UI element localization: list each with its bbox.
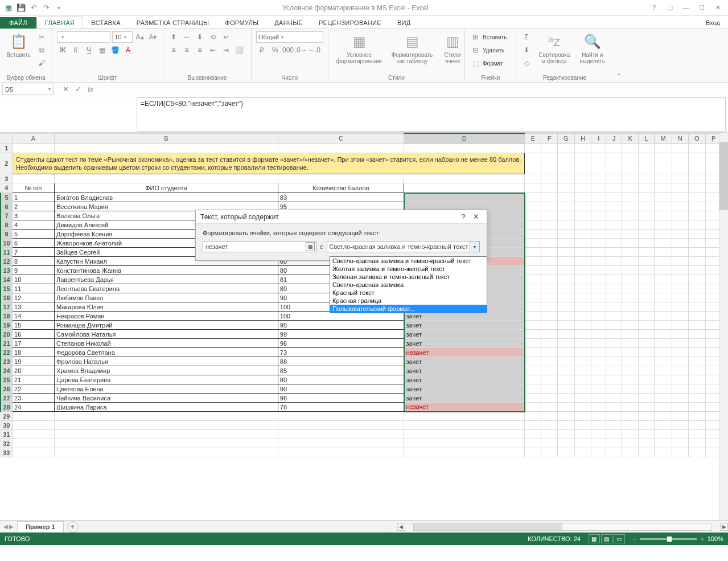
undo-icon[interactable]: ↶ [28, 3, 39, 13]
cell[interactable]: Царева Екатерина [54, 375, 278, 384]
cell[interactable]: незачет [404, 348, 525, 357]
cell[interactable]: незачет [404, 403, 525, 412]
tab-view[interactable]: ВИД [389, 17, 419, 28]
horizontal-scrollbar[interactable] [413, 523, 712, 531]
cell[interactable]: зачет [404, 330, 525, 339]
column-header[interactable]: E [525, 133, 541, 144]
row-header[interactable]: 4 [1, 183, 13, 193]
minimize-icon[interactable]: — [681, 4, 690, 11]
sheet-nav-first-icon[interactable]: ◀ [3, 523, 8, 530]
row-header[interactable]: 21 [1, 339, 13, 348]
currency-icon[interactable]: ₽ [256, 44, 268, 56]
help-icon[interactable]: ? [649, 4, 659, 11]
dropdown-option[interactable]: Светло-красная заливка [330, 281, 487, 289]
cell[interactable]: 14 [13, 312, 55, 321]
sheet-nav-last-icon[interactable]: ▶ [9, 523, 14, 530]
row-header[interactable]: 15 [1, 284, 13, 293]
cell[interactable]: зачет [404, 394, 525, 403]
column-header[interactable]: B [54, 133, 278, 144]
page-layout-icon[interactable]: ▤ [601, 534, 612, 543]
cell[interactable]: Богатов Владислав [54, 193, 278, 202]
cell[interactable]: Федорова Светлана [54, 348, 278, 357]
select-all[interactable] [1, 133, 13, 144]
dialog-format-combo[interactable]: Светло-красная заливка и темно-красный т… [327, 241, 480, 252]
row-header[interactable]: 2 [1, 153, 13, 174]
cell[interactable]: 16 [13, 330, 55, 339]
spreadsheet-grid[interactable]: ABCDEFGHIJKLMNOP 12Студенты сдают тест п… [0, 133, 728, 520]
collapse-ribbon-icon[interactable]: ⌃ [613, 29, 624, 82]
dropdown-option[interactable]: Желтая заливка и темно-желтый текст [330, 265, 487, 273]
column-header[interactable]: O [688, 133, 705, 144]
cell[interactable]: зачет [404, 384, 525, 394]
cell[interactable]: 95 [278, 321, 404, 330]
fill-icon[interactable]: ⬇ [521, 44, 532, 56]
cell[interactable] [404, 193, 525, 202]
tab-formulas[interactable]: ФОРМУЛЫ [217, 17, 266, 28]
row-header[interactable]: 14 [1, 275, 13, 284]
clear-icon[interactable]: ◇ [521, 58, 532, 69]
cell[interactable]: зачет [404, 321, 525, 330]
cell[interactable]: 23 [13, 394, 55, 403]
column-header[interactable]: G [557, 133, 574, 144]
cell[interactable]: 9 [13, 266, 55, 275]
align-left-icon[interactable]: ≡ [168, 44, 179, 56]
cell[interactable]: 24 [13, 403, 55, 412]
cell[interactable]: Фролова Наталья [54, 357, 278, 366]
row-header[interactable]: 24 [1, 366, 13, 375]
row-header[interactable]: 27 [1, 394, 13, 403]
note-cell[interactable]: Студенты сдают тест по теме «Рыночная эк… [13, 153, 525, 174]
close-icon[interactable]: ✕ [713, 4, 722, 11]
sheet-tab[interactable]: Пример 1 [17, 521, 64, 532]
cell[interactable]: зачет [404, 375, 525, 384]
row-header[interactable]: 33 [1, 448, 13, 457]
number-format-combo[interactable]: Общий▾ [256, 31, 323, 43]
cell[interactable]: зачет [404, 339, 525, 348]
paste-button[interactable]: 📋 Вставить [5, 31, 32, 59]
cell[interactable]: 2 [13, 202, 55, 211]
merge-icon[interactable]: ⬜ [233, 44, 245, 56]
row-header[interactable]: 9 [1, 230, 13, 239]
cell[interactable]: 90 [278, 384, 404, 394]
cell[interactable]: 96 [278, 394, 404, 403]
row-header[interactable]: 19 [1, 321, 13, 330]
row-header[interactable]: 8 [1, 220, 13, 230]
cell[interactable]: 73 [278, 348, 404, 357]
row-header[interactable]: 12 [1, 257, 13, 266]
row-header[interactable]: 28 [1, 403, 13, 412]
row-header[interactable]: 7 [1, 211, 13, 220]
row-header[interactable]: 32 [1, 439, 13, 448]
cell[interactable]: 99 [278, 330, 404, 339]
column-header[interactable]: I [591, 133, 606, 144]
cell[interactable]: 80 [278, 375, 404, 384]
cell[interactable]: 20 [13, 366, 55, 375]
find-select-button[interactable]: 🔍Найти и выделить [577, 31, 608, 65]
decrease-decimal-icon[interactable]: ←.0 [309, 44, 320, 56]
page-break-icon[interactable]: ▭ [614, 534, 625, 543]
sort-filter-button[interactable]: ᵃzСортировка и фильтр [536, 31, 573, 65]
cell[interactable]: Некрасов Роман [54, 312, 278, 321]
column-header[interactable]: D [404, 133, 525, 144]
name-box[interactable]: D5▾ [2, 84, 54, 95]
cell[interactable]: Константинова Жанна [54, 266, 278, 275]
dropdown-option[interactable]: Красный текст [330, 289, 487, 297]
fill-color-icon[interactable]: 🪣 [109, 44, 121, 56]
cell[interactable]: Макарова Юлия [54, 302, 278, 312]
copy-icon[interactable]: ⧉ [36, 44, 47, 56]
cell[interactable]: Чайкина Василиса [54, 394, 278, 403]
wrap-text-icon[interactable]: ↩ [220, 31, 232, 43]
cell[interactable]: 17 [13, 339, 55, 348]
normal-view-icon[interactable]: ▦ [589, 534, 600, 543]
cell[interactable]: Степанов Николай [54, 339, 278, 348]
column-header[interactable]: A [13, 133, 55, 144]
column-header[interactable]: F [541, 133, 558, 144]
vertical-scrollbar[interactable] [719, 133, 728, 520]
row-header[interactable]: 1 [1, 144, 13, 153]
scroll-left-icon[interactable]: ◀ [397, 523, 405, 531]
cell[interactable]: Романцов Дмитрий [54, 321, 278, 330]
cell[interactable]: 19 [13, 357, 55, 366]
redo-icon[interactable]: ↷ [41, 3, 51, 13]
tab-file[interactable]: ФАЙЛ [0, 17, 36, 28]
cell[interactable]: 18 [13, 348, 55, 357]
cell[interactable]: Лаврентьева Дарья [54, 275, 278, 284]
dialog-close-icon[interactable]: ✕ [470, 212, 482, 221]
